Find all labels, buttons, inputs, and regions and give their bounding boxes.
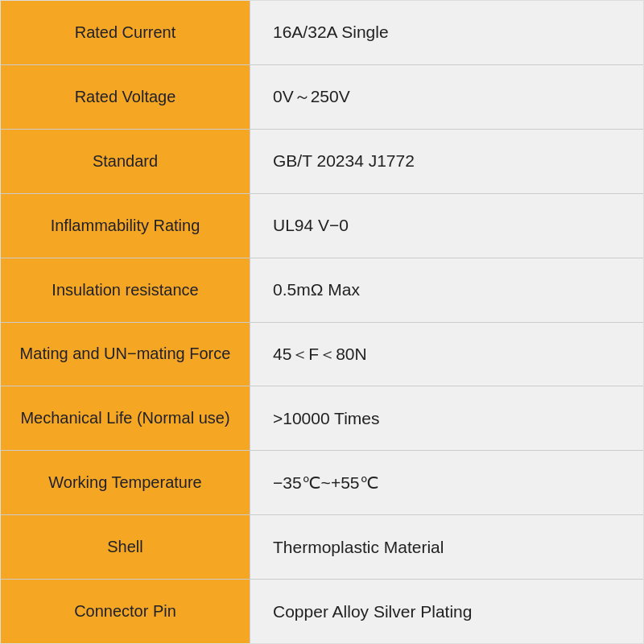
row-value-0: 16A/32A Single (250, 1, 643, 64)
table-row: Mating and UN−mating Force45＜F＜80N (1, 323, 643, 387)
row-label-3: Inflammability Rating (1, 194, 250, 258)
table-row: Mechanical Life (Normal use)>10000 Times (1, 386, 643, 451)
row-value-9: Copper Alloy Silver Plating (250, 580, 643, 643)
specs-table: Rated Current16A/32A SingleRated Voltage… (0, 0, 644, 644)
row-label-5: Mating and UN−mating Force (1, 323, 250, 386)
table-row: ShellThermoplastic Material (1, 515, 643, 580)
table-row: Connector PinCopper Alloy Silver Plating (1, 580, 643, 643)
row-label-2: Standard (1, 130, 250, 193)
row-value-1: 0V～250V (250, 65, 643, 129)
table-row: StandardGB/T 20234 J1772 (1, 130, 643, 194)
row-value-4: 0.5mΩ Max (250, 258, 643, 322)
table-row: Insulation resistance0.5mΩ Max (1, 258, 643, 323)
row-label-6: Mechanical Life (Normal use) (1, 386, 250, 450)
row-label-7: Working Temperature (1, 451, 250, 514)
table-row: Rated Voltage0V～250V (1, 65, 643, 130)
row-value-5: 45＜F＜80N (250, 323, 643, 386)
row-value-3: UL94 V−0 (250, 194, 643, 258)
table-row: Working Temperature−35℃~+55℃ (1, 451, 643, 515)
row-value-6: >10000 Times (250, 386, 643, 450)
table-row: Rated Current16A/32A Single (1, 1, 643, 65)
row-label-1: Rated Voltage (1, 65, 250, 129)
row-label-9: Connector Pin (1, 580, 250, 643)
row-label-8: Shell (1, 515, 250, 579)
row-value-2: GB/T 20234 J1772 (250, 130, 643, 193)
row-label-4: Insulation resistance (1, 258, 250, 322)
row-value-8: Thermoplastic Material (250, 515, 643, 579)
row-value-7: −35℃~+55℃ (250, 451, 643, 514)
row-label-0: Rated Current (1, 1, 250, 64)
table-row: Inflammability RatingUL94 V−0 (1, 194, 643, 258)
